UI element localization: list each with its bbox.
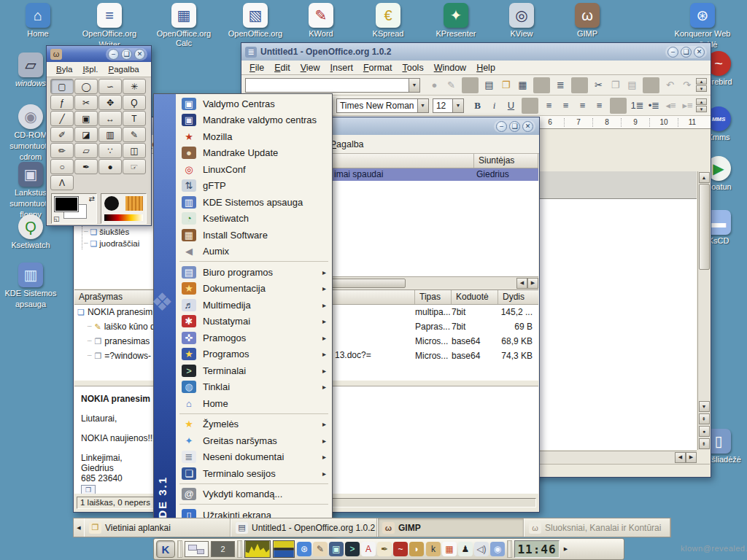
toolbar-button[interactable]: U	[503, 98, 519, 114]
spin-up-icon[interactable]: ▲	[696, 78, 707, 85]
k-menu-item[interactable]: ✜ Pramogos ▸	[177, 330, 331, 346]
toolbar-button[interactable]: ≣	[552, 77, 569, 93]
combo-arrow-icon[interactable]: ▼	[417, 99, 428, 112]
k-menu-item[interactable]: ★ Programos ▸	[177, 346, 331, 363]
toolbar-button[interactable]: ≡	[574, 98, 591, 114]
desktop-icon[interactable]: ▥ KDE Sistemos apsauga	[0, 262, 61, 309]
system-monitor-applet[interactable]	[244, 540, 271, 558]
k-menu-item[interactable]: ≣ Neseni dokumentai ▸	[177, 449, 331, 466]
menu-item[interactable]: Window	[429, 63, 471, 73]
toolbar-button[interactable]: ✂	[590, 77, 607, 93]
panel-icon[interactable]: ◁)	[474, 542, 489, 556]
next-page-icon[interactable]: ⇟	[699, 438, 710, 449]
scroll-down-icon[interactable]: ▼	[699, 401, 710, 412]
menu-item[interactable]: Help	[471, 63, 500, 73]
k-menu-item[interactable]: ◍ Tinklai ▸	[177, 379, 331, 396]
toolbar-button[interactable]: 1≣	[629, 98, 646, 114]
gimp-tool-button[interactable]: T	[123, 111, 146, 126]
gimp-tool-button[interactable]: ✥	[98, 95, 122, 110]
k-menu-item[interactable]: ◀ Aumix	[177, 244, 331, 260]
maximize-button[interactable]: ❑	[121, 49, 132, 60]
gimp-tool-button[interactable]: ↔	[98, 111, 122, 126]
font-name-combo[interactable]: Times New Roman ▼	[336, 98, 429, 113]
spin-down-icon[interactable]: ▼	[696, 85, 707, 92]
menu-item[interactable]: File	[244, 63, 269, 73]
desktop-icon[interactable]: ▦ OpenOffice.org Calc	[153, 3, 214, 48]
gimp-tool-button[interactable]: ◪	[74, 127, 98, 142]
desktop-icon[interactable]: ✎ KWord	[290, 3, 352, 39]
toolbar-button[interactable]: ≡	[591, 98, 608, 114]
gimp-tool-button[interactable]: ✏	[50, 143, 74, 158]
gimp-titlebar[interactable]: ω – ❑ ✕	[47, 46, 151, 62]
menu-item[interactable]: Pagalba	[328, 139, 366, 149]
panel-icon[interactable]: >	[345, 542, 360, 556]
scroll-right-icon[interactable]: ▶	[527, 278, 538, 289]
gimp-tool-button[interactable]: ☞	[123, 159, 146, 174]
task-button[interactable]: ω Sluoksniai, Kanalai ir Kontūrai	[524, 518, 670, 537]
gimp-tool-button[interactable]: ▣	[74, 111, 98, 126]
k-menu-item[interactable]: ♬ Multimedija ▸	[177, 297, 331, 314]
panel-clock[interactable]: 11:46	[514, 540, 560, 558]
toolbar-button[interactable]	[643, 77, 659, 93]
k-menu-item[interactable]: ● Mandrake Update	[177, 145, 331, 162]
gimp-tool-button[interactable]: ✒	[74, 159, 98, 174]
brush-pattern-gradient-selector[interactable]	[101, 193, 147, 224]
pager-desktop-2[interactable]: 2	[211, 541, 235, 557]
panel-icon[interactable]: ◗	[409, 542, 424, 556]
desktop-icon[interactable]: ▧ OpenOffice.org	[225, 3, 286, 39]
type-column-header[interactable]: Tipas	[415, 290, 452, 304]
k-menu-item[interactable]: ⌂ Home	[177, 395, 331, 412]
maximize-button[interactable]: ❑	[681, 47, 692, 58]
panel-icon[interactable]: ✒	[377, 542, 392, 556]
k-menu-item[interactable]: > Terminalai ▸	[177, 362, 331, 379]
panel-icon[interactable]: ▣	[329, 542, 344, 556]
url-combo[interactable]: ▼	[245, 78, 420, 93]
network-monitor-applet[interactable]	[273, 540, 295, 558]
toolbar-button[interactable]: ✎	[443, 77, 460, 93]
toolbar-button[interactable]: ≡	[557, 98, 574, 114]
gimp-tool-button[interactable]: ∵	[98, 143, 122, 158]
k-menu-item[interactable]: ▦ Install Software	[177, 227, 331, 244]
gimp-tool-button[interactable]: ▢	[50, 79, 74, 94]
toolbar-more-spinner[interactable]: ▲ ▼	[696, 98, 707, 112]
combo-arrow-icon[interactable]: ▼	[409, 79, 419, 92]
k-menu-item[interactable]: ◔ Ksetiwatch	[177, 211, 331, 228]
toolbar-button[interactable]: ❐	[498, 77, 514, 93]
task-button[interactable]: ▤ Untitled1 - OpenOffice.org 1.0.2	[231, 518, 377, 537]
gimp-tool-button[interactable]: ✐	[50, 127, 74, 142]
gimp-tool-button[interactable]: Ϙ	[123, 95, 146, 110]
gimp-tool-button[interactable]: Λ	[50, 175, 74, 190]
k-menu-item[interactable]: ▥ KDE Sistemos apsauga	[177, 194, 331, 211]
toolbar-button[interactable]	[571, 77, 588, 93]
openoffice-titlebar[interactable]: ≣ Untitled1 - OpenOffice.org 1.0.2 – ❑ ✕	[241, 43, 711, 61]
toolbar-button[interactable]: ≡	[541, 98, 557, 114]
desktop-icon[interactable]: ω GIMP	[557, 3, 618, 39]
desktop-icon[interactable]: ✦ KPresenter	[425, 3, 487, 39]
gimp-tool-button[interactable]: ▥	[98, 127, 122, 142]
scroll-up-icon[interactable]: ▲	[699, 172, 710, 183]
toolbar-button[interactable]	[522, 98, 538, 114]
panel-icon[interactable]: ♟	[458, 542, 473, 556]
font-size-combo[interactable]: 12 ▼	[433, 98, 464, 113]
encoding-column-header[interactable]: Koduotė	[452, 290, 498, 304]
applet-handle[interactable]	[177, 540, 182, 558]
toolbar-button[interactable]: ↶	[662, 77, 678, 93]
toolbar-button[interactable]: ●	[426, 77, 443, 93]
gimp-tool-button[interactable]: ●	[98, 159, 122, 174]
toolbar-button[interactable]: ▦	[514, 77, 531, 93]
desktop-icon[interactable]: ≡ OpenOffice.org Writer	[79, 3, 140, 50]
gimp-tool-button[interactable]: ▱	[74, 143, 98, 158]
menu-item[interactable]: Insert	[325, 63, 358, 73]
applet-handle[interactable]	[507, 540, 512, 558]
k-menu-item[interactable]: @ Vykdyti komandą...	[177, 486, 331, 503]
panel-icon[interactable]: ◉	[490, 542, 505, 556]
panel-icon[interactable]: ▦	[442, 542, 457, 556]
desktop-icon[interactable]: € KSpread	[357, 3, 419, 39]
gimp-tool-button[interactable]: ✳	[123, 79, 146, 94]
menu-item[interactable]: Byla	[51, 65, 77, 74]
menu-item[interactable]: Format	[358, 63, 398, 73]
panel-icon[interactable]: k	[426, 542, 441, 556]
k-menu-item[interactable]: ▣ Valdymo Centras	[177, 96, 331, 112]
toolbar-button[interactable]	[533, 77, 550, 93]
default-colors-icon[interactable]: ◱	[53, 215, 60, 222]
